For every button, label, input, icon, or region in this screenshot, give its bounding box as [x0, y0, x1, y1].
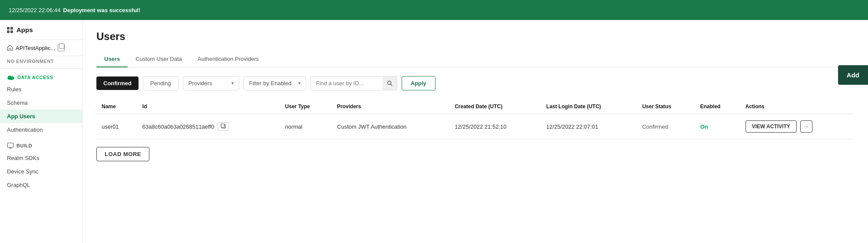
copy-app-id-icon[interactable]: [58, 44, 65, 51]
sidebar-item-authentication[interactable]: Authentication: [0, 123, 82, 136]
copy-id-button[interactable]: [218, 122, 229, 131]
sidebar-item-graphql[interactable]: GraphQL: [0, 178, 82, 192]
app-name-label: APITestApplic...: [16, 45, 55, 51]
users-table-wrap: Name Id User Type Providers Created Date…: [96, 99, 854, 139]
sidebar-apps-label: Apps: [17, 26, 33, 33]
user-id-value: 63a8c60a0b3a0268511aeff0: [142, 123, 214, 130]
deployment-banner: 12/25/2022 22:06:44 Deployment was succe…: [0, 0, 868, 20]
enabled-filter-select[interactable]: Filter by Enabled: [244, 76, 306, 90]
cell-last-login: 12/25/2022 22:07:01: [541, 114, 637, 139]
users-table: Name Id User Type Providers Created Date…: [96, 99, 854, 139]
svg-point-2: [11, 77, 14, 80]
sidebar: Apps APITestApplic... NO ENVIRONMENT DAT…: [0, 20, 83, 243]
more-actions-button[interactable]: ···: [800, 120, 812, 133]
user-search-wrap: [310, 76, 397, 90]
col-created-date: Created Date (UTC): [449, 99, 541, 114]
col-actions: Actions: [740, 99, 854, 114]
banner-message: Deployment was successful!: [63, 7, 140, 13]
main-tabs: Users Custom User Data Authentication Pr…: [96, 51, 854, 67]
sidebar-item-realm-sdks[interactable]: Realm SDKs: [0, 151, 82, 165]
col-name: Name: [96, 99, 137, 114]
sidebar-env: NO ENVIRONMENT: [0, 56, 82, 69]
providers-filter-select[interactable]: Providers: [183, 76, 239, 90]
grid-icon: [7, 27, 13, 33]
svg-line-7: [390, 84, 392, 86]
tab-custom-user-data[interactable]: Custom User Data: [128, 51, 190, 67]
home-icon: [7, 45, 13, 51]
sidebar-apps-link[interactable]: Apps: [0, 20, 82, 40]
load-more-button[interactable]: LOAD MORE: [96, 147, 149, 161]
add-button[interactable]: Add: [838, 65, 868, 85]
col-user-status: User Status: [637, 99, 695, 114]
cell-id: 63a8c60a0b3a0268511aeff0: [137, 114, 280, 139]
enabled-filter-wrap: Filter by Enabled ▼: [244, 76, 306, 90]
search-icon: [387, 80, 393, 86]
sidebar-app-name[interactable]: APITestApplic...: [0, 40, 82, 56]
build-icon: [7, 143, 14, 149]
col-last-login: Last Login Date (UTC): [541, 99, 637, 114]
sidebar-item-app-users[interactable]: App Users: [0, 110, 82, 123]
cell-name: user01: [96, 114, 137, 139]
cell-actions: VIEW ACTIVITY ···: [740, 114, 854, 139]
sidebar-data-access-section: DATA ACCESS: [0, 69, 82, 83]
confirmed-filter-button[interactable]: Confirmed: [96, 77, 139, 90]
cell-user-type: normal: [280, 114, 332, 139]
svg-rect-9: [221, 124, 224, 127]
svg-rect-3: [7, 143, 13, 147]
sidebar-item-rules[interactable]: Rules: [0, 83, 82, 96]
tab-users[interactable]: Users: [96, 51, 128, 67]
col-id: Id: [137, 99, 280, 114]
copy-icon: [221, 123, 226, 129]
pending-filter-button[interactable]: Pending: [143, 76, 178, 90]
col-enabled: Enabled: [695, 99, 740, 114]
search-button[interactable]: [383, 76, 397, 90]
cell-providers: Custom JWT Authentication: [332, 114, 449, 139]
apply-button[interactable]: Apply: [402, 76, 436, 90]
cell-enabled: On: [695, 114, 740, 139]
main-content: Add Users Users Custom User Data Authent…: [83, 20, 868, 243]
col-user-type: User Type: [280, 99, 332, 114]
banner-timestamp: 12/25/2022 22:06:44: [9, 7, 60, 13]
cloud-icon: [7, 75, 15, 80]
providers-filter-wrap: Providers ▼: [183, 76, 239, 90]
col-providers: Providers: [332, 99, 449, 114]
page-title: Users: [96, 30, 854, 43]
sidebar-item-device-sync[interactable]: Device Sync: [0, 165, 82, 178]
sidebar-item-schema[interactable]: Schema: [0, 96, 82, 110]
toolbar: Confirmed Pending Providers ▼ Filter by …: [96, 76, 854, 90]
cell-created-date: 12/25/2022 21:52:10: [449, 114, 541, 139]
table-row: user01 63a8c60a0b3a0268511aeff0: [96, 114, 854, 139]
view-activity-button[interactable]: VIEW ACTIVITY: [746, 120, 797, 133]
svg-point-6: [387, 81, 391, 85]
tab-authentication-providers[interactable]: Authentication Providers: [190, 51, 267, 67]
sidebar-build-section: BUILD: [0, 136, 82, 151]
cell-user-status: Confirmed: [637, 114, 695, 139]
